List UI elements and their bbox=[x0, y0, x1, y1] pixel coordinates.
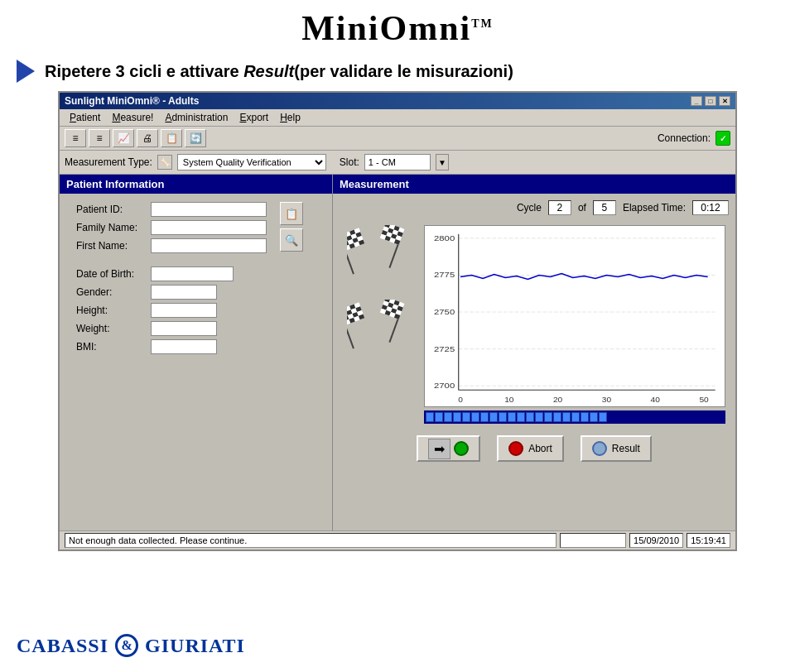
elapsed-label: Elapsed Time: bbox=[623, 202, 686, 214]
abort-label: Abort bbox=[528, 443, 552, 454]
field-input-dob[interactable] bbox=[151, 266, 234, 281]
patient-icon-btn-1[interactable]: 📋 bbox=[280, 202, 303, 225]
field-label-bmi: BMI: bbox=[76, 341, 151, 353]
checkered-flag-top bbox=[347, 225, 413, 283]
measurement-chart: 2800 2775 2750 2725 2700 0 10 20 30 40 bbox=[425, 226, 725, 406]
result-button[interactable]: Result bbox=[581, 435, 652, 462]
flags-column bbox=[343, 225, 417, 427]
play-icon bbox=[17, 60, 35, 83]
field-label-patientid: Patient ID: bbox=[76, 204, 151, 215]
toolbar-btn-5[interactable]: 📋 bbox=[161, 129, 182, 147]
status-message: Not enough data collected. Please contin… bbox=[65, 533, 556, 548]
patient-panel-header: Patient Information bbox=[60, 175, 332, 194]
mtype-label: Measurement Type: bbox=[65, 156, 152, 168]
minimize-button[interactable]: _ bbox=[691, 96, 702, 106]
patient-icon-buttons: 📋 🔍 bbox=[275, 194, 308, 362]
cycle-label: Cycle bbox=[517, 202, 542, 214]
field-input-weight[interactable] bbox=[151, 321, 217, 336]
toolbar: ≡ ≡ 📈 🖨 📋 🔄 Connection: ✓ bbox=[60, 127, 735, 151]
field-row-gender: Gender: bbox=[76, 285, 267, 300]
app-header: MiniOmniTM bbox=[0, 0, 795, 53]
abort-icon bbox=[508, 441, 523, 456]
connection-indicator: ✓ bbox=[716, 131, 730, 146]
field-input-gender[interactable] bbox=[151, 285, 217, 300]
toolbar-btn-1[interactable]: ≡ bbox=[65, 129, 86, 147]
measurement-panel: Measurement Cycle 2 of 5 Elapsed Time: 0… bbox=[333, 175, 735, 530]
slot-value: 1 - CM bbox=[364, 154, 431, 170]
toolbar-btn-4[interactable]: 🖨 bbox=[137, 129, 158, 147]
logo-ampersand-circle: & bbox=[115, 634, 138, 657]
field-input-patientid[interactable] bbox=[151, 202, 267, 217]
patient-panel: Patient Information Patient ID: Family N… bbox=[60, 175, 333, 530]
trademark: TM bbox=[471, 17, 494, 30]
result-label: Result bbox=[612, 443, 640, 454]
chart-area: 2800 2775 2750 2725 2700 0 10 20 30 40 bbox=[424, 225, 725, 407]
svg-text:10: 10 bbox=[504, 396, 513, 404]
patient-fields: Patient ID: Family Name: First Name: Dat… bbox=[60, 194, 275, 362]
of-label: of bbox=[578, 202, 586, 214]
slot-dropdown[interactable]: ▼ bbox=[436, 154, 449, 170]
elapsed-value: 0:12 bbox=[692, 200, 729, 215]
svg-text:2800: 2800 bbox=[434, 233, 455, 242]
checkered-flag-bottom bbox=[347, 300, 413, 358]
toolbar-buttons: ≡ ≡ 📈 🖨 📋 🔄 bbox=[65, 129, 206, 147]
field-label-dob: Date of Birth: bbox=[76, 268, 151, 280]
measurement-content: 2800 2775 2750 2725 2700 0 10 20 30 40 bbox=[340, 222, 729, 430]
status-bar: Not enough data collected. Please contin… bbox=[60, 530, 735, 550]
go-indicator bbox=[454, 441, 469, 456]
cycle-value: 2 bbox=[548, 200, 571, 215]
title-bar: Sunlight MiniOmni® - Adults _ □ ✕ bbox=[60, 93, 735, 109]
menu-help[interactable]: Help bbox=[275, 111, 306, 124]
field-input-height[interactable] bbox=[151, 303, 217, 318]
field-row-weight: Weight: bbox=[76, 321, 267, 336]
menu-administration[interactable]: Administration bbox=[160, 111, 233, 124]
field-label-familyname: Family Name: bbox=[76, 222, 151, 233]
chart-column: 2800 2775 2750 2725 2700 0 10 20 30 40 bbox=[424, 225, 725, 427]
svg-rect-72 bbox=[425, 226, 725, 406]
window-title: Sunlight MiniOmni® - Adults bbox=[65, 95, 199, 107]
field-input-bmi[interactable] bbox=[151, 339, 217, 354]
measurement-panel-header: Measurement bbox=[333, 175, 735, 194]
logo-giuriati: GIURIATI bbox=[145, 635, 245, 657]
arrow-button[interactable]: ➡ bbox=[417, 435, 480, 462]
field-row-patientid: Patient ID: bbox=[76, 202, 267, 217]
svg-text:2775: 2775 bbox=[434, 270, 455, 279]
svg-text:20: 20 bbox=[553, 396, 562, 404]
field-row-familyname: Family Name: bbox=[76, 220, 267, 235]
toolbar-btn-3[interactable]: 📈 bbox=[113, 129, 134, 147]
status-time: 15:19:41 bbox=[687, 533, 730, 548]
mtype-select[interactable]: System Quality Verification bbox=[177, 154, 326, 170]
maximize-button[interactable]: □ bbox=[705, 96, 716, 106]
patient-panel-body: Patient ID: Family Name: First Name: Dat… bbox=[60, 194, 332, 362]
field-input-familyname[interactable] bbox=[151, 220, 267, 235]
field-label-firstname: First Name: bbox=[76, 240, 151, 252]
slot-label: Slot: bbox=[340, 156, 359, 168]
menu-export[interactable]: Export bbox=[234, 111, 273, 124]
svg-text:2700: 2700 bbox=[434, 381, 455, 390]
svg-text:2725: 2725 bbox=[434, 343, 455, 353]
field-row-firstname: First Name: bbox=[76, 238, 267, 253]
action-buttons: ➡ Abort Result bbox=[340, 430, 729, 467]
field-label-gender: Gender: bbox=[76, 286, 151, 298]
field-label-weight: Weight: bbox=[76, 323, 151, 334]
menu-patient[interactable]: Patient bbox=[65, 111, 105, 124]
bottom-logo: CABASSI & GIURIATI bbox=[17, 634, 245, 657]
window-controls: _ □ ✕ bbox=[691, 96, 730, 106]
status-date: 15/09/2010 bbox=[629, 533, 683, 548]
mtype-icon: 🦴 bbox=[157, 155, 172, 170]
toolbar-btn-6[interactable]: 🔄 bbox=[185, 129, 206, 147]
app-title: MiniOmniTM bbox=[301, 9, 494, 47]
svg-text:2750: 2750 bbox=[434, 307, 455, 316]
svg-text:0: 0 bbox=[458, 396, 463, 404]
patient-icon-btn-2[interactable]: 🔍 bbox=[280, 228, 303, 252]
close-button[interactable]: ✕ bbox=[719, 96, 730, 106]
field-row-bmi: BMI: bbox=[76, 339, 267, 354]
field-input-firstname[interactable] bbox=[151, 238, 267, 253]
menu-measure[interactable]: Measure! bbox=[107, 111, 158, 124]
instruction-text: Ripetere 3 cicli e attivare Result(per v… bbox=[45, 62, 513, 81]
result-icon bbox=[592, 441, 607, 456]
abort-button[interactable]: Abort bbox=[497, 435, 564, 462]
mtype-bar: Measurement Type: 🦴 System Quality Verif… bbox=[60, 151, 735, 175]
toolbar-btn-2[interactable]: ≡ bbox=[89, 129, 110, 147]
instruction-bar: Ripetere 3 cicli e attivare Result(per v… bbox=[0, 53, 795, 91]
